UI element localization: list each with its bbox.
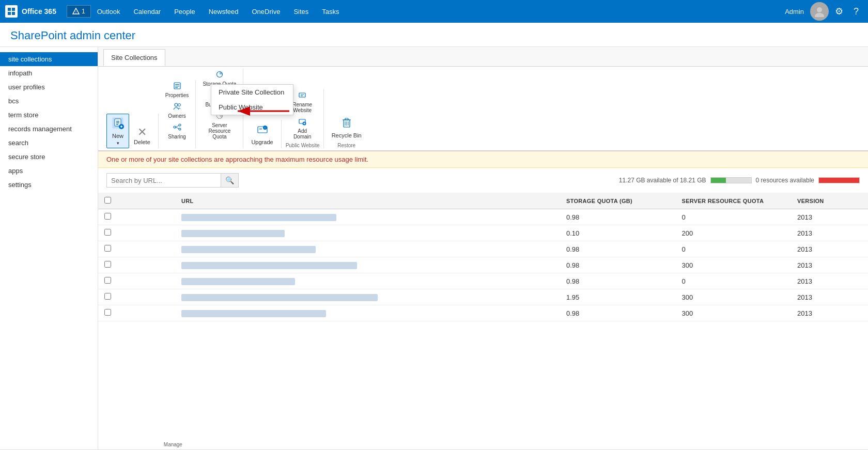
url-blurred-4	[181, 262, 357, 269]
row-version-4: 2013	[791, 257, 868, 273]
svg-rect-18	[175, 86, 179, 86]
ribbon-group-new-delete: New ▾ ✕ Delete	[102, 114, 159, 148]
row-version-3: 2013	[791, 241, 868, 257]
sidebar-item-site-collections[interactable]: site collections	[0, 52, 98, 66]
nav-alert-button[interactable]: ! 1	[67, 5, 91, 18]
sharing-button[interactable]: Sharing	[163, 121, 192, 141]
storage-bar-container	[710, 177, 752, 183]
nav-newsfeed[interactable]: Newsfeed	[203, 6, 245, 18]
row-server-6: 300	[676, 289, 792, 305]
sidebar-item-records-management[interactable]: records management	[0, 122, 98, 136]
properties-label: Properties	[165, 92, 189, 98]
nav-calendar[interactable]: Calendar	[127, 6, 167, 18]
help-icon-button[interactable]: ?	[849, 4, 863, 19]
manage-group-label: Manage	[164, 442, 182, 447]
tab-site-collections[interactable]: Site Collections	[103, 49, 165, 66]
row-url-6	[175, 289, 560, 305]
svg-rect-17	[175, 84, 179, 85]
row-select-3[interactable]	[104, 245, 111, 252]
resource-bar	[818, 177, 860, 183]
row-select-1[interactable]	[104, 213, 111, 220]
row-storage-5: 0.98	[560, 273, 676, 289]
row-select-4[interactable]	[104, 261, 111, 268]
sharing-label: Sharing	[168, 134, 185, 139]
alert-count: 1	[82, 8, 85, 15]
row-server-7: 300	[676, 305, 792, 321]
owners-button[interactable]: Owners	[163, 101, 192, 120]
ribbon-group-manage: Properties Owners Sharing	[159, 80, 196, 148]
ribbon-group-recycle: Recycle Bin Restore	[324, 113, 369, 148]
settings-icon-button[interactable]: ⚙	[831, 4, 847, 19]
url-blurred-5	[181, 278, 295, 285]
recycle-bin-button[interactable]: Recycle Bin	[328, 113, 365, 142]
svg-text:!: !	[75, 10, 76, 14]
table-row: 0.98 0 2013	[98, 241, 868, 257]
nav-onedrive[interactable]: OneDrive	[246, 6, 287, 18]
nav-tasks[interactable]: Tasks	[316, 6, 345, 18]
row-server-4: 300	[676, 257, 792, 273]
row-url-2	[175, 225, 560, 241]
svg-rect-11	[116, 122, 119, 123]
delete-button[interactable]: ✕ Delete	[130, 124, 154, 148]
svg-rect-3	[12, 12, 15, 15]
table-row: 0.98 0 2013	[98, 209, 868, 225]
sidebar-item-infopath[interactable]: infopath	[0, 66, 98, 80]
sidebar-item-bcs[interactable]: bcs	[0, 94, 98, 108]
user-avatar[interactable]	[810, 2, 829, 21]
delete-icon: ✕	[137, 127, 147, 138]
table-row: 0.98 0 2013	[98, 273, 868, 289]
row-storage-1: 0.98	[560, 209, 676, 225]
svg-line-26	[176, 127, 179, 129]
row-select-5[interactable]	[104, 277, 111, 284]
row-select-7[interactable]	[104, 309, 111, 316]
sidebar-item-settings[interactable]: settings	[0, 178, 98, 192]
upgrade-button[interactable]: i Upgrade	[247, 120, 276, 148]
new-icon	[111, 116, 125, 132]
table-row: 0.98 300 2013	[98, 305, 868, 321]
url-blurred-6	[181, 294, 378, 301]
add-domain-icon	[298, 117, 306, 128]
row-checkbox	[98, 209, 175, 225]
dropdown-item-private[interactable]: Private Site Collection	[211, 85, 293, 100]
col-header-server: SERVER RESOURCE QUOTA	[676, 193, 792, 209]
row-version-5: 2013	[791, 273, 868, 289]
row-checkbox	[98, 273, 175, 289]
col-header-storage: STORAGE QUOTA (GB)	[560, 193, 676, 209]
page-title: SharePoint admin center	[10, 29, 135, 42]
col-header-checkbox	[98, 193, 175, 209]
upgrade-icon: i	[256, 122, 269, 138]
restore-label: Restore	[337, 143, 355, 148]
row-url-4	[175, 257, 560, 273]
search-input[interactable]	[107, 174, 221, 187]
new-label: New	[112, 133, 123, 139]
properties-button[interactable]: Properties	[163, 80, 192, 100]
select-all-checkbox[interactable]	[104, 197, 111, 204]
sidebar-item-apps[interactable]: apps	[0, 164, 98, 178]
nav-admin[interactable]: Admin	[781, 6, 808, 18]
url-blurred-7	[181, 310, 326, 317]
sidebar-item-search[interactable]: search	[0, 136, 98, 150]
url-blurred-2	[181, 230, 285, 237]
new-button[interactable]: New ▾	[106, 114, 129, 148]
row-version-6: 2013	[791, 289, 868, 305]
storage-info: 11.27 GB available of 18.21 GB 0 resourc…	[619, 177, 860, 184]
sidebar-item-secure-store[interactable]: secure store	[0, 150, 98, 164]
row-checkbox	[98, 305, 175, 321]
office365-logo[interactable]: Office 365	[5, 5, 56, 18]
svg-rect-31	[259, 128, 262, 130]
search-button[interactable]: 🔍	[221, 174, 238, 187]
sidebar: site collections infopath user profiles …	[0, 47, 98, 449]
upgrade-label: Upgrade	[251, 139, 273, 146]
row-version-1: 2013	[791, 209, 868, 225]
nav-sites[interactable]: Sites	[287, 6, 315, 18]
row-storage-3: 0.98	[560, 241, 676, 257]
row-select-6[interactable]	[104, 293, 111, 300]
nav-outlook[interactable]: Outlook	[91, 6, 127, 18]
svg-point-6	[817, 7, 822, 12]
row-url-5	[175, 273, 560, 289]
nav-people[interactable]: People	[168, 6, 201, 18]
sidebar-item-user-profiles[interactable]: user profiles	[0, 80, 98, 94]
row-select-2[interactable]	[104, 229, 111, 236]
sidebar-item-term-store[interactable]: term store	[0, 108, 98, 122]
new-caret: ▾	[117, 141, 119, 146]
